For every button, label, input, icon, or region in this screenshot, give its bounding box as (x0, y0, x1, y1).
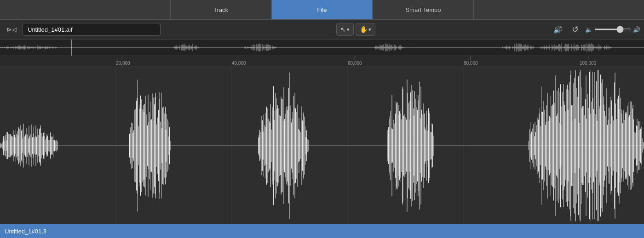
file-name-input[interactable] (23, 23, 161, 36)
cycle-button[interactable]: ↺ (569, 23, 581, 36)
volume-min-icon: 🔈 (585, 26, 592, 33)
volume-control: 🔈 🔊 (585, 26, 640, 33)
cursor-icon: ↖ (340, 26, 346, 33)
waveform-canvas (0, 67, 644, 224)
ruler: 20,00040,00060,00080,000100,000 (0, 56, 644, 67)
toolbar-right: 🔊 ↺ 🔈 🔊 (551, 23, 640, 36)
status-filename: Untitled_1#01.3 (5, 228, 46, 235)
ruler-tick: 40,000 (232, 56, 246, 66)
tab-track-label: Track (213, 6, 228, 13)
hand-icon: ✋ (360, 26, 368, 33)
tab-smart-tempo[interactable]: Smart Tempo (373, 0, 474, 19)
ruler-tick: 60,000 (348, 56, 362, 66)
tab-track[interactable]: Track (170, 0, 271, 19)
tab-bar: Track File Smart Tempo (0, 0, 644, 20)
waveform-area[interactable] (0, 67, 644, 224)
ruler-tick: 20,000 (116, 56, 130, 66)
cursor-tool-button[interactable]: ↖ ▾ (336, 23, 354, 36)
toolbar: ⊳◁ ↖ ▾ ✋ ▾ 🔊 ↺ 🔈 🔊 (0, 20, 644, 40)
filter-button[interactable]: ⊳◁ (4, 24, 20, 35)
tab-spacer-right (474, 0, 644, 19)
speaker-button[interactable]: 🔊 (551, 23, 565, 36)
tab-spacer-left (0, 0, 170, 19)
status-bar: Untitled_1#01.3 (0, 224, 644, 238)
tab-file-label: File (317, 6, 327, 13)
speaker-icon: 🔊 (553, 25, 563, 34)
ruler-tick: 100,000 (580, 56, 596, 66)
cursor-dropdown-arrow: ▾ (347, 27, 350, 33)
cycle-icon: ↺ (572, 24, 579, 34)
tab-smart-tempo-label: Smart Tempo (405, 6, 441, 13)
overview-bar[interactable] (0, 40, 644, 56)
filter-icon: ⊳◁ (6, 26, 17, 33)
volume-max-icon: 🔊 (633, 26, 640, 33)
hand-dropdown-arrow: ▾ (368, 27, 371, 33)
toolbar-center: ↖ ▾ ✋ ▾ (163, 23, 548, 36)
overview-canvas (0, 40, 644, 56)
hand-tool-button[interactable]: ✋ ▾ (356, 23, 375, 36)
ruler-tick: 80,000 (464, 56, 478, 66)
tab-file[interactable]: File (271, 0, 373, 19)
volume-slider-input[interactable] (594, 28, 631, 30)
